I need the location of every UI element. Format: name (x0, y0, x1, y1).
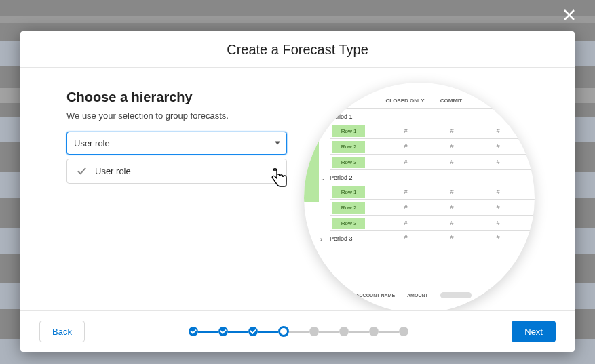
hierarchy-option-label: User role (95, 166, 131, 176)
section-heading: Choose a hierarchy (66, 89, 290, 105)
stepper-bar (289, 331, 309, 333)
hierarchy-input[interactable] (66, 132, 287, 155)
hierarchy-combobox[interactable] (66, 132, 287, 155)
preview-col-header: CLOSED ONLY (382, 98, 428, 104)
check-icon (77, 166, 87, 176)
stepper-step[interactable] (218, 327, 228, 336)
preview-illustration: CLOSED ONLY COMMIT BES ⌄Period 1Row 1###… (304, 83, 535, 310)
preview-row: Row 2### (318, 200, 535, 215)
chevron-down-icon (275, 142, 280, 145)
stepper-bar (379, 331, 399, 333)
stepper-bar (228, 331, 248, 333)
preview-row: Row 3### (318, 155, 535, 169)
progress-stepper (189, 326, 408, 337)
stepper-step[interactable] (248, 327, 258, 336)
hierarchy-option-user-role[interactable]: User role (67, 159, 286, 183)
modal-title: Create a Forecast Type (20, 31, 575, 68)
stepper-step[interactable] (278, 326, 289, 337)
preview-bottom-col: ME (337, 293, 344, 298)
preview-bottom-col: ACCOUNT NAME (356, 293, 396, 298)
next-button[interactable]: Next (512, 321, 556, 342)
modal: Create a Forecast Type Choose a hierarch… (20, 31, 575, 352)
preview-row: Row 1### (318, 123, 535, 138)
stepper-step[interactable] (189, 327, 198, 336)
stepper-step[interactable] (339, 327, 349, 336)
stepper-bar (258, 331, 278, 333)
back-button[interactable]: Back (39, 321, 85, 342)
stepper-bar (349, 331, 369, 333)
stepper-step[interactable] (369, 327, 379, 336)
section-subtext: We use your selection to group forecasts… (66, 110, 290, 121)
stepper-step[interactable] (399, 327, 408, 336)
preview-col-header: BES (474, 98, 520, 104)
preview-bottom-col: AMOUNT (407, 293, 428, 298)
preview-pill (440, 292, 472, 298)
stepper-bar (198, 331, 218, 333)
preview-row: Row 3### (318, 216, 535, 230)
preview-period: ⌄Period 1 (318, 109, 535, 123)
preview-period: ⌄Period 2 (318, 170, 535, 184)
hierarchy-dropdown: User role (66, 159, 287, 184)
close-icon[interactable] (560, 5, 579, 24)
stepper-step[interactable] (309, 327, 319, 336)
preview-row: Row 2### (318, 139, 535, 154)
preview-row: Row 1### (318, 184, 535, 199)
preview-col-header: COMMIT (428, 98, 474, 104)
stepper-bar (319, 331, 339, 333)
